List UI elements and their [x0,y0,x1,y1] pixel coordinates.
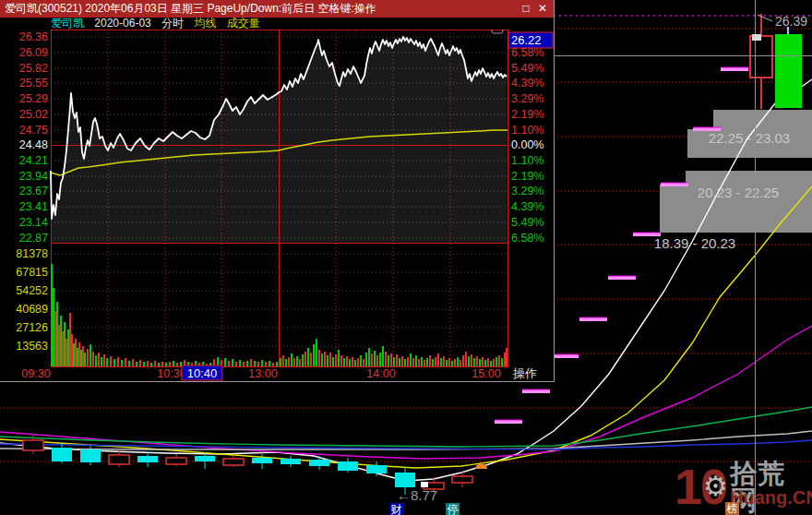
volume-label: 67815 [16,266,48,279]
volume-label: 81378 [16,247,48,260]
close-button[interactable]: ✕ [535,0,550,18]
gap-label: 20.23 - 22.25 [698,185,779,200]
volume-bar [293,358,295,366]
maximize-button[interactable]: □ [519,0,533,18]
action-menu-label[interactable]: 操作 [512,366,537,380]
volume-bar [62,331,64,366]
gap-label: 22.25 - 23.03 [709,130,790,146]
volume-bar [457,357,459,366]
volume-bar [448,358,450,366]
volume-bar [379,353,381,366]
candle-body [366,465,387,473]
candle-body [252,458,272,463]
volume-bar [476,356,478,366]
volume-bar [92,352,94,366]
volume-bar [165,363,167,366]
volume-bar [139,360,141,366]
volume-bar [482,357,484,366]
volume-label: 40689 [16,303,48,316]
percent-label: 0.00% [511,138,543,151]
volume-bar [471,354,472,366]
candle-body [338,461,358,471]
volume-bar [443,356,445,366]
volume-bar [282,355,284,366]
volume-bar [291,353,293,366]
period-label: 分时 [161,17,184,30]
volume-bar [484,360,486,366]
volume-bar [462,355,464,366]
volume-bar [451,361,453,366]
percent-label: 6.58% [511,232,543,245]
volume-bar [388,355,389,366]
percent-label: 4.39% [511,77,543,90]
volume-bar [368,348,370,366]
one-line-board-candle [522,389,550,393]
volume-bar [501,358,503,366]
volume-bar [465,352,467,366]
price-label: 23.67 [19,185,48,198]
volume-label: 13563 [16,340,48,353]
percent-label: 3.29% [511,92,543,105]
volume-bar [272,363,274,366]
volume-bar [468,356,470,366]
volume-bar [429,355,431,366]
candle-body [195,456,215,461]
price-label: 24.21 [19,154,48,167]
volume-bar [490,361,492,366]
volume-bar [407,357,409,366]
volume-bar [327,355,328,366]
one-line-board-candle [633,233,661,236]
volume-bar [357,358,359,366]
volume-bar [235,362,237,366]
percent-label: 5.49% [511,62,543,75]
volume-bar [150,363,152,366]
volume-bar [95,355,97,366]
window-titlebar[interactable]: 爱司凯(300521) 2020年06月03日 星期三 PageUp/Down:… [0,0,554,18]
price-label: 24.48 [19,138,48,151]
volume-bar [396,354,398,366]
volume-bar [329,353,331,366]
candle-body [52,448,72,461]
volume-bar [498,355,500,366]
price-label: 23.41 [19,200,48,213]
volume-bar [54,311,56,366]
candle-body [223,459,244,465]
volume-bar [154,361,156,366]
volume-bar [338,350,340,366]
volume-bar [324,352,326,366]
volume-bar [435,357,436,366]
percent-axis-right: 6.58%5.49%4.39%3.29%2.19%1.10%0.00%1.10%… [511,46,543,245]
volume-bar [506,348,508,366]
price-label: 22.87 [19,232,48,245]
price-label: 23.14 [19,216,48,229]
volume-bar [67,329,69,366]
volume-bar [299,359,301,366]
volume-bar [432,359,434,366]
volume-bar [371,353,373,366]
high-price-label: 26.39 [775,14,807,29]
volume-bar [473,358,475,366]
volume-bar [169,362,171,366]
volume-bar [77,348,78,366]
one-line-board-candle [693,127,721,131]
volume-bar [246,361,248,366]
candle-body [166,458,186,464]
tag-rank-badge: 榜 [725,502,739,515]
volume-bar [53,288,54,366]
volume-bar [374,351,376,366]
volume-bar [257,362,259,366]
volume-bar [143,362,145,366]
volume-bar [343,358,345,366]
volume-bar [136,362,137,366]
candle-next-day [775,27,802,108]
percent-label: 5.49% [511,216,543,229]
volume-bar [98,353,100,366]
volume-bar [332,357,334,366]
volume-bar [60,316,62,366]
volume-bar [365,353,367,366]
volume-bar [121,360,123,366]
volume-bar [504,353,506,366]
volume-bar [304,352,306,366]
volume-bar [385,352,387,366]
volume-legend-label: 成交量 [227,17,260,30]
